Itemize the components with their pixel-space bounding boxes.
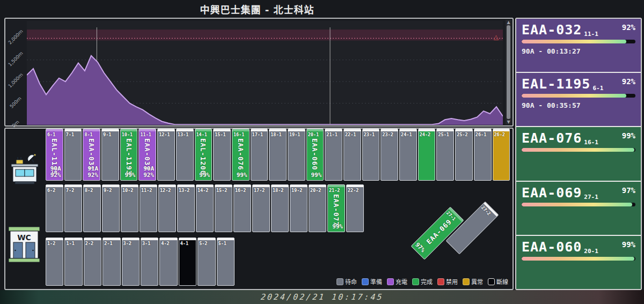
parking-slot-17-2[interactable]: 17-2 — [252, 184, 270, 232]
parking-slot-12-1[interactable]: 12-1 — [157, 129, 175, 181]
slot-entrance-marker — [328, 185, 345, 187]
parking-slot-15-2[interactable]: 15-2 — [215, 184, 232, 232]
scroll-down-icon[interactable]: ▼ — [507, 120, 510, 124]
y-axis-tick-label: 1,500m — [6, 49, 25, 68]
slot-entrance-marker — [309, 185, 326, 187]
parking-slot-23-1[interactable]: 23-1 — [362, 129, 380, 181]
parking-slot-26-1[interactable]: 26-1 — [474, 129, 492, 181]
parking-slot-6-2[interactable]: 6-2 — [46, 184, 63, 232]
parking-slot-8-1[interactable]: 8-1EAA-03191A92% — [83, 129, 100, 181]
slot-id-label: 3-2 — [123, 241, 131, 246]
parking-slot-9-2[interactable]: 9-2 — [102, 184, 120, 232]
parking-slot-15-1[interactable]: 15-1 — [213, 129, 231, 181]
parking-slot-10-1[interactable]: 10-1EAL-119399% — [120, 129, 138, 181]
parking-slot-7-2[interactable]: 7-2 — [64, 184, 82, 232]
slot-entrance-marker — [65, 185, 82, 187]
y-axis-tick-label: 500m — [6, 93, 25, 112]
card-charge-bar — [522, 148, 635, 152]
vehicle-card-EAA-032[interactable]: EAA-03211-192%90A - 00:13:27 — [516, 19, 641, 73]
parking-row-south: 1-21-12-22-13-23-14-24-15-25-1 — [46, 238, 235, 286]
parking-slot-4-2[interactable]: 4-2 — [159, 238, 177, 286]
slot-id-label: 5-1 — [218, 241, 226, 246]
parking-slot-26-2[interactable]: 26-2 — [493, 129, 510, 181]
legend-item-charging: 充電 — [387, 277, 407, 286]
parking-slot-6-1[interactable]: 6-1EAL-119590A92% — [46, 129, 63, 181]
card-header: EAA-07616-199% — [522, 131, 635, 146]
slot-charge-stats: 97% — [413, 242, 426, 254]
slot-id-label: 22-1 — [345, 132, 356, 137]
slot-id-label: 12-1 — [159, 132, 170, 137]
slot-id-label: 14-1 — [196, 132, 207, 137]
vehicle-card-EAA-069[interactable]: EAA-06927-197% — [516, 182, 641, 236]
parking-slot-4-1[interactable]: 4-1 — [179, 238, 196, 286]
parking-slot-23-2[interactable]: 23-2 — [380, 129, 398, 181]
parking-slot-24-1[interactable]: 24-1 — [399, 129, 417, 181]
parking-slot-22-1[interactable]: 22-1 — [343, 129, 361, 181]
legend-label: 異常 — [471, 277, 483, 286]
parking-slot-18-2[interactable]: 18-2 — [271, 184, 289, 232]
slot-entrance-marker — [83, 129, 100, 131]
parking-slot-7-1[interactable]: 7-1 — [64, 129, 82, 181]
parking-slot-1-2[interactable]: 1-2 — [46, 238, 63, 286]
slot-entrance-marker — [214, 129, 230, 131]
slot-id-label: 19-1 — [289, 132, 300, 137]
parking-slot-14-1[interactable]: 14-1EAL-120099% — [195, 129, 213, 181]
parking-slot-3-2[interactable]: 3-2 — [122, 238, 140, 286]
card-percent-label: 99% — [622, 131, 635, 140]
chart-scrollbar[interactable]: ▲ ▼ — [506, 20, 511, 124]
parking-slot-19-2[interactable]: 19-2 — [290, 184, 308, 232]
legend-label: 待命 — [345, 277, 357, 286]
parking-slot-25-2[interactable]: 25-2 — [455, 129, 473, 181]
slot-percent-label: 99% — [332, 224, 343, 231]
slot-entrance-marker — [46, 238, 63, 240]
parking-slot-20-1[interactable]: 20-1EAA-06099% — [306, 129, 324, 181]
slot-percent-label: 99% — [125, 172, 136, 179]
card-vehicle-name: EAL-1195 — [522, 77, 590, 91]
parking-slot-24-2[interactable]: 24-2 — [418, 129, 436, 181]
parking-slot-22-2[interactable]: 22-2 — [346, 184, 364, 232]
parking-slot-25-1[interactable]: 25-1 — [436, 129, 454, 181]
parking-slot-17-1[interactable]: 17-1 — [251, 129, 268, 181]
slot-id-label: 21-2 — [329, 188, 340, 193]
parking-slot-2-2[interactable]: 2-2 — [84, 238, 101, 286]
scrollbar-thumb[interactable] — [507, 25, 510, 119]
slot-id-label: 19-2 — [291, 188, 302, 193]
parking-slot-14-2[interactable]: 14-2 — [196, 184, 214, 232]
slot-entrance-marker — [103, 238, 120, 240]
parking-slot-11-2[interactable]: 11-2 — [140, 184, 157, 232]
vehicle-card-EAL-1195[interactable]: EAL-11956-192%90A - 00:35:57 — [516, 73, 641, 127]
parking-slot-18-1[interactable]: 18-1 — [269, 129, 287, 181]
parking-slot-11-1[interactable]: 11-1EAA-03290A92% — [138, 129, 156, 181]
parking-slot-21-1[interactable]: 21-1 — [325, 129, 342, 181]
slot-id-label: 4-2 — [161, 241, 169, 246]
parking-slot-8-2[interactable]: 8-2 — [83, 184, 101, 232]
parking-slot-3-1[interactable]: 3-1 — [141, 238, 158, 286]
legend-item-idle: 待命 — [336, 277, 357, 286]
slot-charge-stats: 99% — [332, 224, 343, 231]
parking-slot-20-2[interactable]: 20-2 — [309, 184, 326, 232]
slot-entrance-marker — [160, 238, 177, 240]
slot-percent-label: 99% — [311, 172, 321, 179]
slot-entrance-marker — [102, 129, 119, 131]
parking-slot-13-1[interactable]: 13-1 — [176, 129, 194, 181]
parking-slot-19-1[interactable]: 19-1 — [288, 129, 305, 181]
parking-slot-13-2[interactable]: 13-2 — [177, 184, 195, 232]
parking-slot-5-1[interactable]: 5-1 — [217, 238, 235, 286]
scroll-up-icon[interactable]: ▲ — [507, 20, 510, 25]
parking-slot-2-1[interactable]: 2-1 — [103, 238, 120, 286]
vehicle-card-EAA-060[interactable]: EAA-06020-199% — [516, 236, 641, 289]
parking-slot-9-1[interactable]: 9-1 — [101, 129, 119, 181]
parking-slot-16-2[interactable]: 16-2 — [233, 184, 251, 232]
parking-row-middle: 6-27-28-29-210-211-212-213-214-215-216-2… — [46, 184, 364, 232]
parking-slot-10-2[interactable]: 10-2 — [121, 184, 138, 232]
parking-slot-5-2[interactable]: 5-2 — [197, 238, 215, 286]
slot-id-label: 8-2 — [85, 188, 93, 193]
parking-slot-21-2[interactable]: 21-2EAA-07799% — [327, 184, 345, 232]
parking-slot-16-1[interactable]: 16-1EAA-07699% — [232, 129, 250, 181]
card-header: EAA-06020-199% — [522, 240, 635, 255]
parking-slot-1-1[interactable]: 1-1 — [64, 238, 82, 286]
slot-id-label: 8-1 — [84, 132, 92, 137]
parking-slot-12-2[interactable]: 12-2 — [158, 184, 176, 232]
vehicle-card-EAA-076[interactable]: EAA-07616-199% — [516, 127, 641, 181]
slot-id-label: 6-1 — [47, 132, 55, 137]
